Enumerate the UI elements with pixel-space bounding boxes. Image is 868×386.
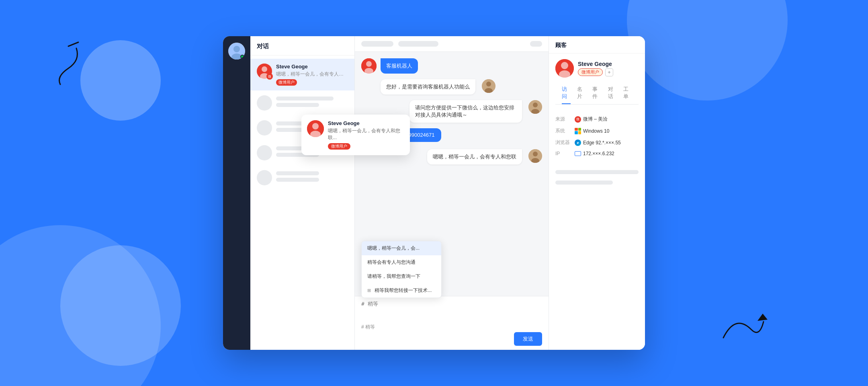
info-row-browser: 浏览器 e Edge 92.*.×××.55 [555, 139, 639, 146]
customer-avatar [555, 59, 574, 78]
svg-point-3 [233, 46, 240, 52]
conv-panel-header: 对话 [250, 36, 354, 55]
send-button[interactable]: 发送 [514, 332, 542, 346]
bot-message-text-1: 您好，是需要咨询客服机器人功能么 [386, 84, 470, 90]
send-row: 发送 [361, 332, 542, 346]
customer-name: Steve Geoge [578, 61, 613, 67]
bot-message-bubble-1: 您好，是需要咨询客服机器人功能么 [381, 79, 475, 94]
ac-item-3[interactable]: 请稍等，我帮您查询一下 [362, 269, 441, 283]
online-indicator [240, 55, 244, 59]
float-card-name: Steve Geoge [328, 120, 404, 126]
tab-card[interactable]: 名片 [577, 82, 586, 104]
tab-visit-label: 访问 [562, 86, 567, 99]
conversation-list: 微 Steve Geoge 嗯嗯，稍等一会儿，会有专人和您联... 微博用户 [250, 55, 354, 350]
browser-label: 浏览器 [555, 139, 571, 146]
svg-point-15 [533, 103, 538, 107]
info-row-system: 系统 Windows 10 [555, 127, 639, 134]
customer-panel-header: 顾客 [549, 36, 645, 53]
svg-line-0 [68, 42, 78, 46]
tab-ticket[interactable]: 工单 [623, 82, 632, 104]
header-placeholder-2 [398, 41, 438, 47]
customer-info: Steve Geoge 微博用户 + 访问 名片 事件 [549, 53, 645, 110]
svg-marker-1 [757, 314, 768, 321]
browser-text: Edge 92.*.×××.55 [583, 140, 621, 146]
add-tag-button[interactable]: + [605, 68, 613, 76]
chat-header [355, 36, 549, 52]
decorative-squiggle-2 [719, 306, 768, 346]
ip-value: 172.×××.6.232 [575, 151, 614, 156]
svg-point-6 [262, 66, 267, 72]
conv-avatar: 微 [257, 64, 272, 79]
app-window: 对话 微 Steve Geoge 嗯嗯，稍等一会儿，会有专人和您联... 微博用… [223, 36, 645, 350]
conv-placeholder-1 [250, 90, 354, 115]
windows-icon [575, 128, 581, 134]
chat-input-area: 嗯嗯，稍等一会儿，会... 稍等会有专人与您沟通 请稍等，我帮您查询一下 ⊞ 稍… [355, 296, 549, 350]
browser-value: e Edge 92.*.×××.55 [575, 140, 621, 146]
agent-avatar-3 [528, 149, 542, 163]
chat-input-field[interactable] [361, 300, 542, 320]
weibo-badge: 微 [266, 73, 273, 80]
system-text: Windows 10 [583, 128, 609, 134]
monitor-icon [575, 151, 581, 156]
customer-identity: Steve Geoge 微博用户 + [555, 59, 639, 78]
ac-item-4[interactable]: ⊞ 稍等我帮您转接一下技术... [362, 283, 441, 298]
hashtag-hint: # 稍等 [361, 322, 542, 332]
float-card-avatar [307, 120, 324, 137]
tab-conversation[interactable]: 对话 [608, 82, 617, 104]
float-card-tag: 微博用户 [328, 143, 350, 150]
ip-label: IP [555, 151, 571, 156]
svg-point-21 [533, 152, 538, 156]
tab-ticket-label: 工单 [623, 86, 628, 99]
bot-label-bubble: 客服机器人 [381, 58, 418, 74]
sidebar-user-avatar[interactable] [228, 43, 245, 60]
svg-point-12 [486, 82, 491, 86]
ac-item-2[interactable]: 稍等会有专人与您沟通 [362, 255, 441, 269]
customer-tabs: 访问 名片 事件 对话 工单 [555, 82, 639, 105]
bot-message-row-1: 您好，是需要咨询客服机器人功能么 [361, 79, 542, 94]
header-placeholder-1 [361, 41, 393, 47]
conv-panel-title: 对话 [257, 43, 269, 49]
system-value: Windows 10 [575, 128, 609, 134]
tab-visit[interactable]: 访问 [562, 82, 571, 104]
tab-card-label: 名片 [577, 86, 582, 99]
placeholder-avatar [257, 95, 272, 111]
info-placeholder-1 [555, 170, 639, 174]
agent-avatar-1 [482, 79, 495, 93]
bot-label-text: 客服机器人 [386, 63, 412, 69]
conv-content: Steve Geoge 嗯嗯，稍等一会儿，会有专人和您联... 微博用户 [276, 64, 348, 86]
conversation-item[interactable]: 微 Steve Geoge 嗯嗯，稍等一会儿，会有专人和您联... 微博用户 [250, 59, 354, 90]
source-label: 来源 [555, 116, 571, 123]
ac-item-text-3: 请稍等，我帮您查询一下 [367, 273, 420, 279]
conv-placeholder-4 [250, 165, 354, 190]
info-row-source: 来源 微 微博 – 美洽 [555, 116, 639, 123]
svg-point-27 [312, 123, 319, 129]
bot-label-row: 客服机器人 [361, 58, 542, 74]
info-row-ip: IP 172.×××.6.232 [555, 151, 639, 156]
agent-bubble-2: 嗯嗯，稍等一会儿，会有专人和您联 [427, 149, 522, 164]
ac-item-text-4: 稍等我帮您转接一下技术... [375, 287, 432, 293]
source-value: 微 微博 – 美洽 [575, 116, 608, 123]
tab-conversation-label: 对话 [608, 86, 613, 99]
customer-tag-row: 微博用户 + [578, 68, 613, 76]
float-card-content: Steve Geoge 嗯嗯，稍等一会儿，会有专人和您联... 微博用户 [328, 120, 404, 150]
conv-preview: 嗯嗯，稍等一会儿，会有专人和您联... [276, 71, 348, 78]
ip-text: 172.×××.6.232 [583, 151, 614, 156]
svg-point-9 [366, 61, 372, 67]
agent-bubble-1: 请问您方便提供一下微信么，这边给您安排对接人员具体沟通哦～ [409, 100, 522, 123]
float-card-preview: 嗯嗯，稍等一会儿，会有专人和您联... [328, 127, 404, 141]
agent-avatar-2 [528, 100, 542, 114]
tab-event[interactable]: 事件 [592, 82, 601, 104]
autocomplete-dropdown[interactable]: 嗯嗯，稍等一会儿，会... 稍等会有专人与您沟通 请稍等，我帮您查询一下 ⊞ 稍… [361, 241, 442, 298]
ac-item-text-1: 嗯嗯，稍等一会儿，会... [367, 245, 420, 251]
floating-card[interactable]: Steve Geoge 嗯嗯，稍等一会儿，会有专人和您联... 微博用户 [301, 115, 410, 155]
ac-item-1[interactable]: 嗯嗯，稍等一会儿，会... [362, 241, 441, 255]
agent-message-text-2: 嗯嗯，稍等一会儿，会有专人和您联 [433, 154, 516, 160]
conv-name: Steve Geoge [276, 64, 348, 70]
source-text: 微博 – 美洽 [583, 116, 608, 123]
system-label: 系统 [555, 127, 571, 134]
ac-item-text-2: 稍等会有专人与您沟通 [367, 259, 416, 265]
customer-name-section: Steve Geoge 微博用户 + [578, 61, 613, 76]
decorative-squiggle [44, 40, 92, 88]
info-section: 来源 微 微博 – 美洽 系统 Windows 10 [549, 110, 645, 167]
customer-panel: 顾客 Steve Geoge 微博用户 + [549, 36, 645, 350]
